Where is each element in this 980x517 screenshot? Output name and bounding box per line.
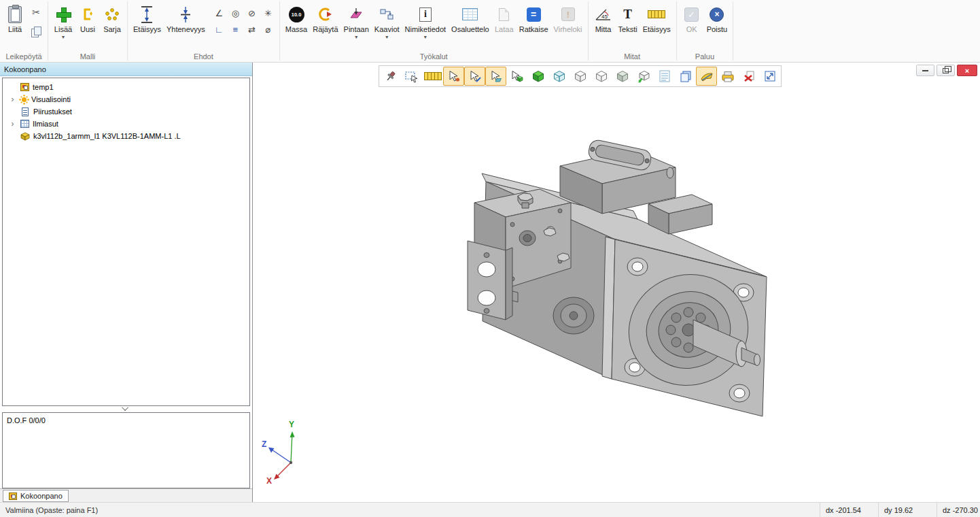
coincidence-icon (178, 5, 193, 24)
text-button[interactable]: T Teksti (616, 2, 640, 35)
diagrams-dropdown-icon[interactable]: ▾ (385, 34, 388, 40)
add-dropdown-icon[interactable]: ▾ (62, 34, 65, 40)
transform-icon[interactable] (759, 67, 780, 86)
copy-parts-icon[interactable] (675, 67, 696, 86)
dy-readout: dy 19.62 (878, 503, 937, 517)
text-icon: T (623, 7, 632, 22)
load-label: Lataa (495, 25, 514, 34)
symmetry-constraint-button[interactable]: ⇄ (245, 22, 259, 37)
mass-button[interactable]: 10.0 Massa (283, 2, 310, 35)
restore-button[interactable] (937, 65, 955, 76)
copy-button[interactable] (29, 24, 43, 39)
paste-button[interactable]: Liitä (3, 2, 27, 35)
diagrams-icon (379, 7, 394, 21)
distance-constraint-button[interactable]: Etäisyys (130, 2, 164, 35)
show-wireframe-icon[interactable] (570, 67, 591, 86)
measure-button[interactable]: 45 Mitta (591, 2, 616, 35)
angle-constraint-button[interactable]: ∠ (212, 6, 226, 20)
concentric-constraint-button[interactable]: ◎ (228, 6, 243, 20)
mass-icon: 10.0 (289, 7, 304, 22)
tree-item-temp1[interactable]: temp1 (3, 81, 249, 93)
perpendicular-icon: ∟ (215, 24, 224, 35)
tree-label: Ilmiasut (33, 120, 58, 128)
distance-dim-button[interactable]: Etäisyys (640, 2, 673, 35)
measure-label: Mitta (595, 25, 612, 34)
exit-icon: × (710, 7, 724, 22)
solve-button[interactable]: = Ratkaise (517, 2, 551, 35)
close-button[interactable]: × (957, 65, 977, 76)
show-shaded-icon[interactable] (612, 67, 633, 86)
coordinate-readout: dx -201.54 dy 19.62 dz -270.30 (820, 503, 980, 517)
to-surface-button[interactable]: Pintaan ▾ (341, 2, 372, 41)
perpendicular-constraint-button[interactable]: ∟ (212, 22, 226, 37)
minimize-button[interactable] (916, 65, 934, 76)
pin-icon[interactable] (380, 67, 401, 86)
show-transparent-icon[interactable] (548, 67, 570, 86)
solve-label: Ratkaise (519, 25, 548, 34)
feature-list-icon[interactable] (654, 67, 675, 86)
parts-list-button[interactable]: Osaluettelo (449, 2, 492, 35)
select-body-icon[interactable] (506, 67, 527, 86)
item-info-button[interactable]: i Nimiketiedot ▾ (402, 2, 449, 41)
area-select-icon[interactable] (401, 67, 422, 86)
add-button[interactable]: Lisää ▾ (51, 2, 75, 41)
cut-button[interactable]: ✂ (29, 5, 43, 20)
axis-x-label: X (266, 476, 272, 484)
tree-item-visualisointi[interactable]: › Visualisointi (3, 93, 249, 105)
to-surface-dropdown-icon[interactable]: ▾ (355, 34, 357, 40)
expand-chevron-icon[interactable]: › (8, 95, 17, 103)
collapse-handle[interactable] (120, 406, 133, 412)
measure-angle-icon: 45 (594, 6, 612, 22)
symmetry-icon: ⇄ (248, 24, 256, 35)
show-hidden-edges-icon[interactable] (591, 67, 612, 86)
ok-button: ✓ OK (680, 2, 704, 35)
tangent-constraint-button[interactable]: ⊘ (245, 6, 259, 20)
explode-icon (318, 7, 333, 21)
tree-item-part[interactable]: k3vl112b_1armm_l1 K3VL112B-1AMM-L1 .L (3, 130, 249, 142)
pump-model[interactable] (253, 63, 980, 502)
dz-readout: dz -270.30 (937, 503, 980, 517)
to-surface-icon (349, 7, 364, 21)
viewport-3d[interactable]: × (253, 63, 980, 502)
add-label: Lisää (54, 25, 72, 34)
show-solid-icon[interactable] (527, 67, 548, 86)
delete-icon[interactable] (738, 67, 759, 86)
dx-readout: dx -201.54 (820, 503, 878, 517)
error-log-icon: ! (561, 7, 575, 21)
assembly-panel: Kokoonpano temp1 › Visualisointi Piirust… (0, 63, 253, 502)
pattern-constraint-button[interactable]: ✳ (261, 6, 275, 20)
angle-icon: ∠ (215, 8, 224, 18)
exit-button[interactable]: × Poistu (704, 2, 731, 35)
coincidence-button[interactable]: Yhtenevyys (164, 2, 208, 35)
status-message: Valmiina (Opaste: paina F1) (0, 506, 98, 514)
tree-label: Piirustukset (33, 107, 72, 116)
load-button: Lataa (492, 2, 517, 35)
parallel-constraint-button[interactable]: ≡ (228, 22, 243, 37)
distance-dim-label: Etäisyys (643, 25, 671, 34)
select-edge-icon[interactable] (464, 67, 485, 86)
scissors-icon: ✂ (32, 7, 40, 18)
measure-icon[interactable] (422, 67, 443, 86)
panel-splitter[interactable] (0, 406, 252, 412)
select-face-icon[interactable] (485, 67, 506, 86)
copy-icon (31, 27, 41, 37)
series-button[interactable]: Sarja (100, 2, 124, 35)
tree-item-ilmiasut[interactable]: › Ilmiasut (3, 118, 249, 130)
sketch-plane-icon[interactable] (696, 67, 717, 86)
diameter-constraint-button[interactable]: ⌀ (261, 22, 275, 37)
select-vertex-icon[interactable] (443, 67, 464, 86)
expand-chevron-icon[interactable]: › (8, 120, 17, 128)
new-button[interactable]: Uusi (75, 2, 100, 35)
series-icon (105, 7, 120, 21)
item-info-dropdown-icon[interactable]: ▾ (424, 34, 427, 40)
diagrams-button[interactable]: Kaaviot ▾ (372, 2, 402, 41)
ribbon-group-model: Lisää ▾ Uusi Sarja Malli (48, 0, 127, 62)
tab-kokoonpano[interactable]: Kokoonpano (3, 490, 69, 502)
plot-icon[interactable] (717, 67, 738, 86)
group-label-dimensions: Mitat (589, 52, 676, 61)
insert-part-icon[interactable] (633, 67, 654, 86)
tree-item-piirustukset[interactable]: Piirustukset (3, 105, 249, 118)
explode-button[interactable]: Räjäytä (310, 2, 340, 35)
solve-icon: = (527, 7, 541, 22)
group-label-back: Paluu (677, 52, 733, 61)
